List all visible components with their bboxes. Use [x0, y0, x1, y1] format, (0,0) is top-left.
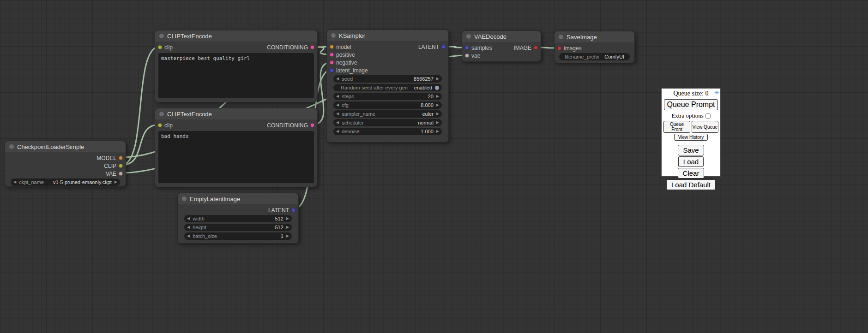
- node-collapse-icon[interactable]: [559, 35, 563, 39]
- input-socket-positive[interactable]: [330, 53, 334, 57]
- load-default-button[interactable]: Load Default: [666, 179, 716, 190]
- node-title-bar[interactable]: VAEDecode: [462, 31, 541, 42]
- widget-steps[interactable]: ◀ steps 20 ▶: [333, 93, 442, 100]
- widget-value: 8566257: [414, 76, 436, 82]
- output-label-image: IMAGE: [513, 45, 531, 51]
- node-title: EmptyLatentImage: [190, 196, 240, 202]
- next-value-icon[interactable]: ▶: [436, 95, 439, 98]
- next-value-icon[interactable]: ▶: [286, 226, 289, 229]
- input-label-positive: positive: [336, 52, 355, 58]
- input-socket-clip[interactable]: [158, 45, 162, 49]
- output-socket-model[interactable]: [119, 156, 123, 160]
- node-collapse-icon[interactable]: [9, 144, 14, 149]
- widget-value: 1.000: [421, 129, 436, 134]
- widget-random-seed-toggle[interactable]: Random seed after every gen enabled: [333, 84, 442, 91]
- input-label-samples: samples: [471, 45, 492, 51]
- node-saveimage[interactable]: SaveImage images filename_prefix ComfyUI: [554, 31, 635, 63]
- queue-menu-panel: Queue size: 0 ✳ Queue Prompt Extra optio…: [661, 88, 721, 177]
- view-queue-button[interactable]: View Queue: [692, 121, 718, 133]
- next-value-icon[interactable]: ▶: [436, 112, 439, 116]
- toggle-dot-icon[interactable]: [435, 86, 439, 90]
- node-title-bar[interactable]: CLIPTextEncode: [155, 30, 317, 42]
- next-value-icon[interactable]: ▶: [115, 180, 117, 184]
- input-socket-samples[interactable]: [465, 46, 469, 50]
- node-cliptextencode-negative[interactable]: CLIPTextEncode clip CONDITIONING bad han…: [155, 108, 318, 187]
- node-collapse-icon[interactable]: [331, 33, 336, 38]
- input-label-negative: negative: [336, 59, 357, 66]
- widget-filename-prefix[interactable]: filename_prefix ComfyUI: [559, 53, 630, 60]
- node-title: KSampler: [339, 32, 365, 39]
- node-collapse-icon[interactable]: [159, 112, 164, 116]
- widget-value: euler: [422, 111, 436, 117]
- output-socket-latent[interactable]: [291, 208, 295, 212]
- input-socket-negative[interactable]: [330, 60, 334, 65]
- widget-label: height: [190, 225, 206, 230]
- input-label-images: images: [564, 45, 582, 52]
- next-value-icon[interactable]: ▶: [436, 103, 439, 107]
- input-socket-model[interactable]: [330, 45, 334, 49]
- prompt-text-negative[interactable]: bad hands: [158, 131, 314, 183]
- node-ksampler[interactable]: KSampler model LATENT positive: [326, 30, 449, 143]
- input-socket-latent-image[interactable]: [330, 68, 334, 72]
- output-socket-conditioning[interactable]: [310, 45, 314, 49]
- node-title-bar[interactable]: CLIPTextEncode: [155, 108, 317, 119]
- prompt-text-positive[interactable]: masterpiece best quality girl: [158, 53, 314, 98]
- node-title-bar[interactable]: EmptyLatentImage: [178, 193, 298, 204]
- node-collapse-icon[interactable]: [159, 34, 164, 38]
- toggle-value: enabled: [414, 85, 435, 90]
- output-label-model: MODEL: [96, 155, 116, 161]
- node-vaedecode[interactable]: VAEDecode samples IMAGE vae: [462, 30, 541, 62]
- input-socket-images[interactable]: [557, 46, 561, 50]
- widget-label: scheduler: [339, 120, 364, 125]
- next-value-icon[interactable]: ▶: [436, 130, 439, 133]
- load-button[interactable]: Load: [678, 156, 704, 167]
- next-value-icon[interactable]: ▶: [436, 77, 439, 81]
- widget-value: 512: [275, 216, 286, 221]
- node-graph-canvas[interactable]: CheckpointLoaderSimple MODEL CLIP VAE: [0, 0, 868, 333]
- output-socket-conditioning[interactable]: [310, 123, 314, 127]
- view-history-button[interactable]: View History: [674, 134, 708, 141]
- extra-options-checkbox[interactable]: [705, 113, 711, 119]
- widget-value: ComfyUI: [604, 54, 627, 59]
- output-label-latent: LATENT: [268, 207, 289, 214]
- node-title-bar[interactable]: SaveImage: [555, 31, 634, 42]
- widget-width[interactable]: ◀ width 512 ▶: [184, 215, 292, 222]
- next-value-icon[interactable]: ▶: [286, 217, 289, 220]
- input-socket-vae[interactable]: [465, 54, 469, 58]
- output-socket-latent[interactable]: [441, 45, 446, 49]
- next-value-icon[interactable]: ▶: [436, 121, 439, 125]
- next-value-icon[interactable]: ▶: [286, 234, 289, 238]
- queue-front-button[interactable]: Queue Front: [663, 121, 690, 133]
- settings-icon[interactable]: ✳: [714, 89, 719, 96]
- widget-ckpt-name[interactable]: ◀ ckpt_name v1-5-pruned-emaonly.ckpt ▶: [11, 178, 120, 186]
- widget-denoise[interactable]: ◀ denoise 1.000 ▶: [333, 128, 442, 135]
- widget-value: 1: [281, 233, 286, 239]
- widget-height[interactable]: ◀ height 512 ▶: [184, 224, 292, 231]
- node-checkpointloadersimple[interactable]: CheckpointLoaderSimple MODEL CLIP VAE: [5, 141, 126, 187]
- widget-value: 8.000: [421, 102, 436, 108]
- queue-prompt-button[interactable]: Queue Prompt: [664, 99, 718, 110]
- output-socket-image[interactable]: [534, 46, 538, 50]
- input-socket-clip[interactable]: [158, 123, 162, 127]
- output-label-vae: VAE: [106, 171, 116, 177]
- save-button[interactable]: Save: [678, 145, 704, 155]
- node-collapse-icon[interactable]: [182, 196, 187, 201]
- output-socket-clip[interactable]: [119, 164, 123, 168]
- node-cliptextencode-positive[interactable]: CLIPTextEncode clip CONDITIONING masterp…: [155, 30, 318, 102]
- widget-label: width: [190, 216, 205, 221]
- queue-size-label: Queue size: 0: [673, 90, 708, 97]
- widget-scheduler[interactable]: ◀ scheduler normal ▶: [333, 119, 442, 126]
- clear-button[interactable]: Clear: [678, 168, 705, 178]
- widget-sampler-name[interactable]: ◀ sampler_name euler ▶: [333, 110, 442, 118]
- widget-cfg[interactable]: ◀ cfg 8.000 ▶: [333, 101, 442, 109]
- node-title: SaveImage: [567, 34, 597, 41]
- input-label-vae: vae: [471, 53, 480, 59]
- output-socket-vae[interactable]: [119, 172, 123, 176]
- widget-seed[interactable]: ◀ seed 8566257 ▶: [333, 75, 442, 83]
- node-collapse-icon[interactable]: [466, 34, 471, 39]
- node-emptylatentimage[interactable]: EmptyLatentImage LATENT ◀ width 512 ▶ ◀ …: [177, 193, 299, 244]
- node-title-bar[interactable]: KSampler: [327, 30, 448, 41]
- node-title-bar[interactable]: CheckpointLoaderSimple: [5, 141, 126, 152]
- widget-value: normal: [418, 120, 436, 125]
- widget-batch-size[interactable]: ◀ batch_size 1 ▶: [184, 232, 292, 240]
